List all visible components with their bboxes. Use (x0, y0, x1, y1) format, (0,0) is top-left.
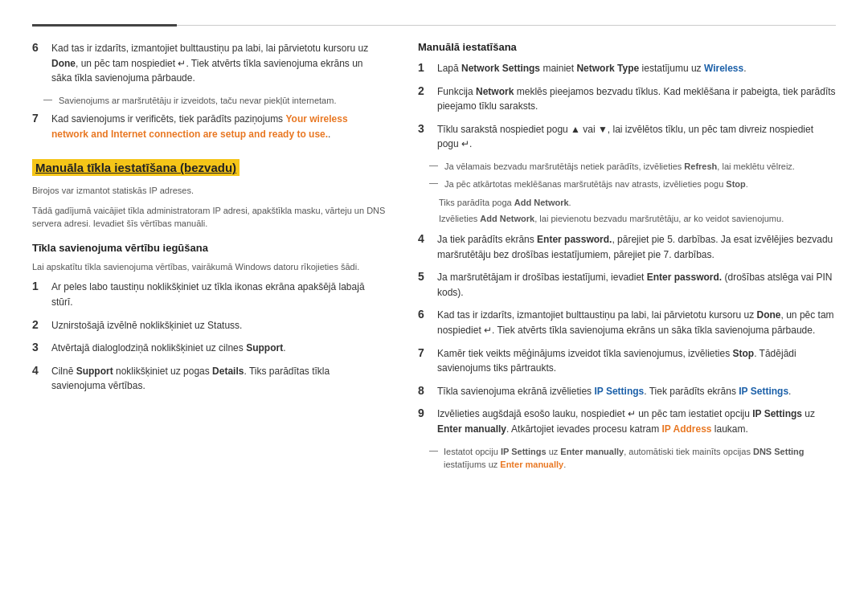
right-step-4-text: Ja tiek parādīts ekrāns Enter password.,… (437, 232, 836, 262)
right-step-1-num: 1 (418, 61, 429, 76)
right-step-2: 2 Funkcija Network meklēs pieejamos bezv… (418, 84, 836, 114)
step-7-left: 7 Kad savienojums ir verificēts, tiek pa… (32, 112, 386, 141)
right-step-5-text: Ja maršrutētājam ir drošības iestatījumi… (437, 270, 836, 300)
right-step-2-num: 2 (418, 84, 429, 114)
right-step-9-num: 9 (418, 407, 429, 436)
sub-step-1-text: Ar peles labo taustiņu noklikšķiniet uz … (51, 280, 386, 309)
step-7-num: 7 (32, 112, 43, 141)
step-7-highlight: Your wireless network and Internet conne… (51, 113, 348, 140)
sub-step-2-num: 2 (32, 318, 43, 333)
step-6-left: 6 Kad tas ir izdarīts, izmantojiet bultt… (32, 41, 386, 86)
sub-step-3: 3 Atvērtajā dialoglodziņā noklikšķiniet … (32, 341, 386, 356)
right-step-3-note-1: — Ja vēlamais bezvadu maršrutētājs netie… (429, 160, 836, 174)
sub-step-2: 2 Uznirstošajā izvēlnē noklikšķiniet uz … (32, 318, 386, 333)
top-rule-right (177, 25, 836, 26)
step-7-text: Kad savienojums ir verificēts, tiek parā… (51, 112, 386, 141)
right-step-9: 9 Izvēlieties augšdajā esošo lauku, nosp… (418, 407, 836, 436)
right-step-2-text: Funkcija Network meklēs pieejamos bezvad… (437, 84, 836, 114)
sub-step-4-text: Cilnē Support noklikšķiniet uz pogas Det… (51, 364, 386, 394)
sub-step-3-num: 3 (32, 341, 43, 356)
right-step-8-text: Tīkla savienojuma ekrānā izvēlieties IP … (437, 384, 791, 399)
right-step-9-text: Izvēlieties augšdajā esošo lauku, nospie… (437, 407, 836, 436)
main-content: 6 Kad tas ir izdarīts, izmantojiet bultt… (32, 41, 836, 476)
right-step-8-num: 8 (418, 384, 429, 399)
right-step-5-num: 5 (418, 270, 429, 300)
sub-step-2-text: Uznirstošajā izvēlnē noklikšķiniet uz St… (51, 318, 242, 333)
section-heading-bezvadu: Manuāla tīkla iestatīšana (bezvadu) (32, 159, 240, 176)
right-step-7-text: Kamēr tiek veikts mēģinājums izveidot tī… (437, 346, 836, 376)
left-column: 6 Kad tas ir izdarīts, izmantojiet bultt… (32, 41, 386, 476)
right-step-6: 6 Kad tas ir izdarīts, izmantojiet bultt… (418, 308, 836, 337)
top-rule (32, 24, 836, 27)
right-step-3-subnote-1: Tiks parādīta poga Add Network. (439, 196, 836, 210)
right-step-3-num: 3 (418, 122, 429, 152)
right-step-1: 1 Lapā Network Settings mainiet Network … (418, 61, 836, 76)
right-step-6-num: 6 (418, 308, 429, 337)
step-6-note: — Savienojums ar maršrutētāju ir izveido… (43, 94, 386, 108)
right-step-7-num: 7 (418, 346, 429, 376)
right-step-6-text: Kad tas ir izdarīts, izmantojiet bulttau… (437, 308, 836, 337)
right-step-8: 8 Tīkla savienojuma ekrānā izvēlieties I… (418, 384, 836, 399)
sub-step-4: 4 Cilnē Support noklikšķiniet uz pogas D… (32, 364, 386, 394)
sub-heading-vertibas: Tīkla savienojuma vērtību iegūšana (32, 242, 386, 254)
sub-step-1: 1 Ar peles labo taustiņu noklikšķiniet u… (32, 280, 386, 309)
sub-note: Lai apskatītu tīkla savienojuma vērtības… (32, 260, 386, 274)
step-6-note-text: Savienojums ar maršrutētāju ir izveidots… (59, 94, 336, 108)
right-step-3-text: Tīklu sarakstā nospiediet pogu ▲ vai ▼, … (437, 122, 836, 152)
sub-step-4-num: 4 (32, 364, 43, 394)
sub-step-1-num: 1 (32, 280, 43, 309)
top-rule-left (32, 24, 177, 27)
section-note-1: Birojos var izmantot statiskās IP adrese… (32, 184, 386, 198)
right-step-7: 7 Kamēr tiek veikts mēģinājums izveidot … (418, 346, 836, 376)
step-6-num: 6 (32, 41, 43, 86)
right-step-3-subnote-2: Izvēlieties Add Network, lai pievienotu … (439, 212, 836, 226)
right-heading: Manuālā iestatīšana (418, 41, 836, 53)
right-step-4-num: 4 (418, 232, 429, 262)
right-column: Manuālā iestatīšana 1 Lapā Network Setti… (418, 41, 836, 476)
right-step-4: 4 Ja tiek parādīts ekrāns Enter password… (418, 232, 836, 262)
sub-step-3-text: Atvērtajā dialoglodziņā noklikšķiniet uz… (51, 341, 285, 356)
right-step-1-text: Lapā Network Settings mainiet Network Ty… (437, 61, 747, 76)
step-6-text: Kad tas ir izdarīts, izmantojiet bulttau… (51, 41, 386, 86)
section-note-2: Tādā gadījumā vaicājiet tīkla administra… (32, 204, 386, 231)
right-step-3: 3 Tīklu sarakstā nospiediet pogu ▲ vai ▼… (418, 122, 836, 152)
right-step-9-note-1: — Iestatot opciju IP Settings uz Enter m… (429, 445, 836, 472)
right-step-5: 5 Ja maršrutētājam ir drošības iestatīju… (418, 270, 836, 300)
right-step-3-note-2: — Ja pēc atkārtotas meklēšanas maršrutēt… (429, 178, 836, 191)
